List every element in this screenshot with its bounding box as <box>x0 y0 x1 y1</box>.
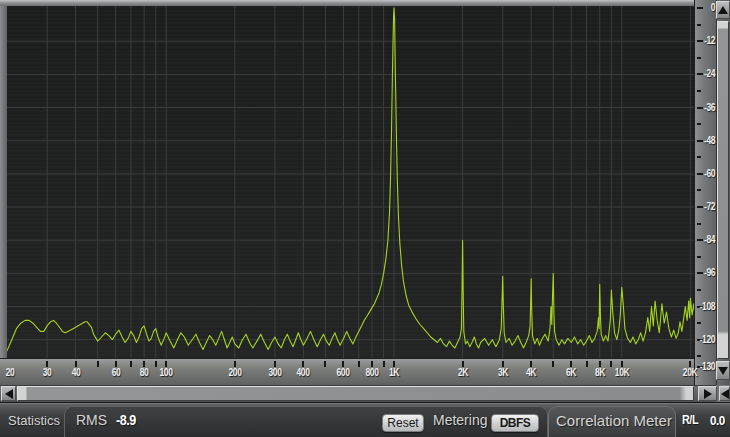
reset-button[interactable]: Reset <box>382 414 424 432</box>
y-tick-label: -12 <box>698 35 715 46</box>
y-tick <box>697 123 701 125</box>
y-tick-label: -108 <box>698 301 715 312</box>
y-tick <box>697 289 701 291</box>
y-tick-label: -120 <box>698 334 715 345</box>
y-tick-label: 0 <box>698 2 715 13</box>
spectrum-trace <box>7 8 694 351</box>
x-tick-label: 30 <box>43 367 52 378</box>
x-tick-label: 300 <box>268 367 281 378</box>
dbfs-button[interactable]: DBFS <box>491 414 539 432</box>
y-tick-label: -84 <box>698 234 715 245</box>
y-tick-label: -130 <box>698 361 715 372</box>
x-tick <box>130 361 132 367</box>
x-tick <box>586 361 588 367</box>
x-tick <box>358 361 360 367</box>
x-tick-label: 800 <box>365 367 378 378</box>
x-tick-label: 8K <box>595 367 605 378</box>
rms-label: RMS <box>76 403 107 437</box>
x-tick <box>324 361 326 367</box>
spectrum-plot-area[interactable] <box>7 6 694 358</box>
x-tick-label: 20K <box>683 367 697 378</box>
x-tick-label: 10K <box>615 367 629 378</box>
y-tick-label: -96 <box>698 267 715 278</box>
db-axis: 0-12-24-36-48-60-72-84-96-108-120-130 <box>694 0 716 385</box>
arrow-left-icon <box>721 389 729 399</box>
y-tick-label: -60 <box>698 168 715 179</box>
y-tick <box>697 90 701 92</box>
frequency-axis: 20304060801002003004006008001K2K3K4K6K8K… <box>0 358 694 385</box>
x-tick <box>97 361 99 367</box>
x-tick-label: 60 <box>111 367 120 378</box>
arrow-left-icon <box>5 389 13 399</box>
y-tick <box>697 322 701 324</box>
rl-label: R/L <box>682 403 698 437</box>
y-tick <box>697 24 701 26</box>
scroll-left-button[interactable] <box>1 386 16 401</box>
x-tick-label: 40 <box>71 367 80 378</box>
spectrum-svg <box>7 6 694 358</box>
x-tick-label: 4K <box>526 367 536 378</box>
x-tick <box>610 361 612 367</box>
frequency-analysis-window: 0-12-24-36-48-60-72-84-96-108-120-130 20… <box>0 0 730 437</box>
x-tick-label: 600 <box>337 367 350 378</box>
x-tick-label: 6K <box>566 367 576 378</box>
y-tick-label: -72 <box>698 201 715 212</box>
rl-value: 0.0 <box>710 403 725 437</box>
y-tick-label: -36 <box>698 102 715 113</box>
status-bar: Statistics RMS -8.9 Reset Metering DBFS … <box>0 402 730 437</box>
arrow-down-icon <box>718 367 728 375</box>
scroll-up-button[interactable] <box>716 1 730 19</box>
y-tick-label: -48 <box>698 135 715 146</box>
scroll-down-button[interactable] <box>716 361 730 380</box>
x-tick <box>383 361 385 367</box>
vertical-scrollbar-thumb[interactable] <box>717 21 729 359</box>
tab-correlation-meter[interactable]: Correlation Meter <box>556 403 672 437</box>
x-tick-label: 80 <box>140 367 149 378</box>
x-tick-label: 2K <box>458 367 468 378</box>
y-tick <box>697 355 701 357</box>
x-tick <box>552 361 554 367</box>
scrollbar-corner-button[interactable] <box>719 386 730 401</box>
y-tick <box>697 256 701 258</box>
y-tick-label: -24 <box>698 68 715 79</box>
y-tick <box>697 156 701 158</box>
scroll-right-button[interactable] <box>698 386 717 401</box>
y-tick <box>697 189 701 191</box>
horizontal-scrollbar-thumb[interactable] <box>17 386 694 401</box>
tab-statistics[interactable]: Statistics <box>8 403 60 437</box>
y-tick <box>697 223 701 225</box>
x-tick-label: 1K <box>389 367 399 378</box>
y-tick <box>697 57 701 59</box>
x-tick-label: 400 <box>297 367 310 378</box>
arrow-up-icon <box>718 6 728 14</box>
arrow-right-icon <box>704 389 712 399</box>
x-tick-label: 100 <box>160 367 173 378</box>
x-tick-label: 3K <box>498 367 508 378</box>
x-tick <box>155 361 157 367</box>
x-tick-label: 200 <box>228 367 241 378</box>
x-tick-label: 20 <box>6 367 15 378</box>
rms-value: -8.9 <box>116 403 136 437</box>
metering-label: Metering <box>433 403 487 437</box>
